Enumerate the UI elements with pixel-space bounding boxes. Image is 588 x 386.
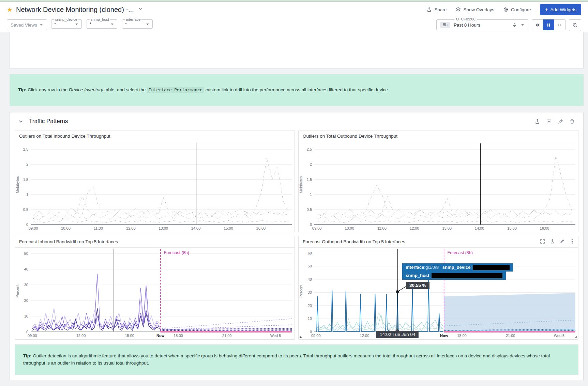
share-button[interactable]: Share [426, 7, 447, 12]
pencil-icon [560, 239, 565, 244]
widget-hover-icons [540, 239, 575, 244]
export-icon [534, 119, 540, 124]
svg-text:09:00: 09:00 [29, 226, 38, 230]
chevron-down-icon [146, 22, 150, 26]
widget-title: Outliers on Total Inbound Device Through… [15, 130, 295, 142]
timezone-label: UTC+09:00 [454, 17, 477, 21]
svg-text:14:00: 14:00 [475, 226, 484, 230]
copy-group-button[interactable] [546, 119, 552, 124]
svg-text:Wed 5: Wed 5 [554, 334, 565, 338]
copy-icon [546, 119, 552, 124]
share-icon [426, 7, 432, 12]
plus-icon: + [545, 7, 548, 13]
widget-forecast-outbound[interactable]: Forecast Outbound Bandwidth on Top 5 Int… [298, 236, 578, 340]
time-forward-button[interactable] [554, 19, 566, 30]
svg-text:50: 50 [24, 251, 28, 256]
widget-menu-button[interactable] [570, 239, 575, 244]
pause-icon [546, 23, 551, 27]
svg-text:10: 10 [308, 316, 312, 321]
hover-timestamp: 14:02 Tue Jun 04 [376, 331, 419, 338]
kebab-menu-icon [570, 239, 575, 244]
time-playback-controls [532, 19, 566, 30]
rewind-icon [535, 22, 540, 28]
widget-outliers-outbound[interactable]: Outliers on Total Outbound Device Throug… [298, 130, 578, 232]
template-var-interface[interactable]: interface * [122, 17, 153, 29]
title-chevron-down-icon[interactable] [138, 6, 143, 13]
widget-title: Forecast Outbound Bandwidth on Top 5 Int… [299, 236, 578, 248]
show-overlays-button[interactable]: Show Overlays [455, 7, 494, 12]
svg-text:16:00: 16:00 [256, 226, 266, 230]
svg-text:10:00: 10:00 [345, 226, 354, 230]
chart-canvas[interactable]: 00.511.522.5Mebibytes09:0010:0011:0012:0… [15, 142, 295, 232]
hover-tooltip: interface:gi1/0/8 snmp_device: snmp_host… [402, 263, 513, 280]
svg-text:10:00: 10:00 [61, 226, 71, 230]
resize-handle-bottom-left[interactable] [300, 336, 302, 338]
svg-text:20: 20 [24, 298, 28, 303]
svg-text:1.5: 1.5 [23, 177, 28, 182]
fast-forward-icon [557, 22, 562, 28]
expand-icon [540, 239, 545, 244]
delete-group-button[interactable] [569, 119, 575, 124]
widget-title: Outliers on Total Outbound Device Throug… [299, 130, 578, 142]
svg-text:15:00: 15:00 [125, 334, 134, 338]
export-group-button[interactable] [534, 119, 540, 124]
tip-banner-outlier-detection: Tip: Outlier detection is an algorithmic… [15, 344, 578, 375]
svg-text:2.5: 2.5 [307, 147, 312, 151]
widget-outliers-inbound[interactable]: Outliers on Total Inbound Device Through… [15, 130, 295, 232]
fullscreen-widget-button[interactable] [540, 239, 545, 244]
svg-text:18:00: 18:00 [174, 334, 183, 338]
chevron-down-icon [39, 23, 43, 27]
svg-text:21:00: 21:00 [222, 334, 232, 338]
favorite-star-icon[interactable]: ★ [7, 6, 13, 14]
svg-text:Now: Now [156, 334, 165, 338]
svg-text:Percent: Percent [299, 285, 303, 298]
svg-text:1.5: 1.5 [307, 177, 312, 182]
magnifier-minus-icon [572, 22, 578, 28]
chart-canvas[interactable]: 0102030405060PercentForecast (8h)09:0012… [299, 248, 578, 339]
redacted-device-value [473, 265, 510, 270]
chart-canvas[interactable]: 00.511.522.5Mebibytes09:0010:0011:0012:0… [299, 142, 578, 232]
svg-text:10: 10 [24, 314, 28, 318]
svg-text:1: 1 [310, 192, 312, 197]
svg-text:21:00: 21:00 [506, 334, 515, 338]
svg-text:12:00: 12:00 [410, 226, 419, 230]
svg-text:Forecast (8h): Forecast (8h) [164, 250, 189, 255]
gear-icon [503, 7, 509, 12]
time-pause-button[interactable] [543, 19, 554, 30]
group-header: Traffic Patterns [10, 112, 583, 130]
configure-button[interactable]: Configure [503, 7, 531, 12]
chevron-down-icon [75, 22, 79, 26]
time-range-picker[interactable]: UTC+09:00 8h Past 8 Hours [436, 19, 528, 30]
group-title: Traffic Patterns [29, 118, 68, 125]
time-range-badge: 8h [440, 22, 450, 28]
template-var-snmp-host[interactable]: snmp_host * [87, 17, 117, 29]
svg-text:2: 2 [26, 162, 28, 166]
add-widgets-button[interactable]: + Add Widgets [540, 4, 581, 15]
widget-forecast-inbound[interactable]: Forecast Inbound Bandwidth on Top 5 Inte… [15, 236, 295, 340]
hover-value: 30.55 % [406, 282, 429, 289]
svg-text:18:00: 18:00 [457, 334, 467, 338]
svg-text:0.5: 0.5 [307, 207, 312, 212]
svg-text:16:00: 16:00 [540, 226, 549, 230]
svg-text:0.5: 0.5 [23, 207, 28, 212]
svg-text:30: 30 [308, 290, 312, 294]
svg-text:09:00: 09:00 [312, 226, 322, 230]
widget-title: Forecast Inbound Bandwidth on Top 5 Inte… [15, 236, 295, 248]
template-var-snmp-device[interactable]: snmp_device * [51, 17, 82, 29]
dashboard-title: Network Device Monitoring (cloned) -... [16, 6, 134, 14]
svg-text:11:00: 11:00 [94, 226, 103, 230]
collapse-chevron-icon[interactable] [18, 119, 24, 124]
export-icon [550, 239, 555, 244]
time-backward-button[interactable] [532, 19, 543, 30]
resize-handle-bottom-right[interactable] [574, 336, 577, 338]
edit-group-button[interactable] [558, 119, 563, 124]
group-traffic-patterns: Traffic Patterns Outliers on Total Inbou… [10, 112, 584, 381]
chevron-down-icon [110, 22, 114, 26]
svg-text:15:00: 15:00 [507, 226, 517, 230]
chart-canvas[interactable]: 01020304050PercentForecast (8h)09:0012:0… [15, 248, 295, 339]
zoom-out-button[interactable] [569, 19, 581, 31]
edit-widget-button[interactable] [560, 239, 565, 244]
overlays-icon [455, 7, 461, 12]
saved-views-dropdown[interactable]: Saved Views [7, 19, 47, 30]
export-widget-button[interactable] [550, 239, 555, 244]
